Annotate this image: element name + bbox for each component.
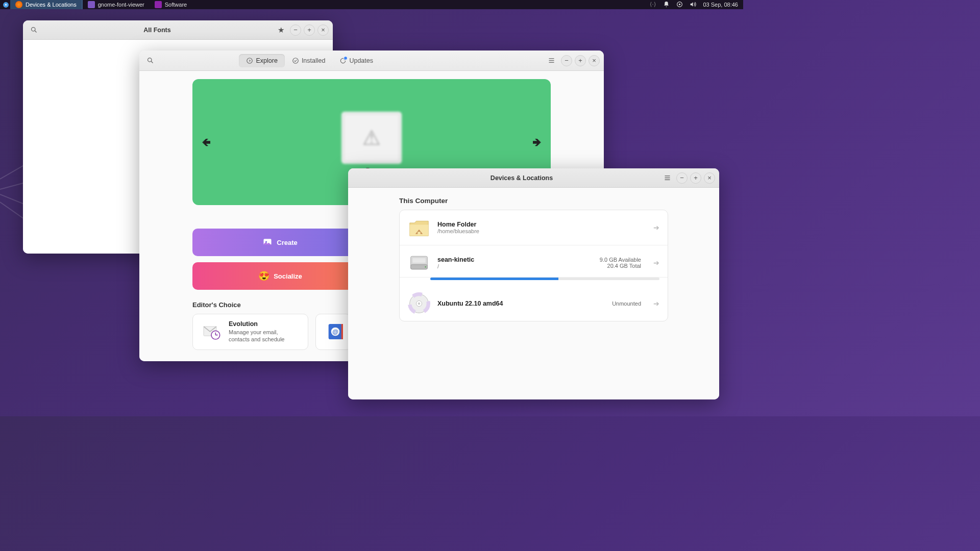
maximize-button[interactable]: + xyxy=(690,172,701,184)
window-title: All Fonts xyxy=(40,27,274,34)
software-app-icon xyxy=(155,1,162,8)
close-button[interactable]: × xyxy=(704,172,715,184)
contacts-app-icon: @ xyxy=(325,320,346,343)
usage-bar xyxy=(430,278,659,280)
taskbar-item-software[interactable]: Software xyxy=(150,0,192,9)
font-viewer-app-icon xyxy=(88,1,95,8)
taskbar-item-fonts[interactable]: gnome-font-viewer xyxy=(83,0,150,9)
power-icon[interactable] xyxy=(676,1,683,8)
category-label: Create xyxy=(277,239,297,246)
device-path: / xyxy=(437,263,474,269)
window-title: Devices & Locations xyxy=(383,174,660,182)
arrow-right-icon: ➔ xyxy=(653,259,659,267)
svg-marker-8 xyxy=(249,59,251,62)
taskbar-label: gnome-font-viewer xyxy=(98,2,144,8)
svg-point-5 xyxy=(148,58,152,62)
devices-window: Devices & Locations − + × This Computer … xyxy=(348,168,719,399)
tab-label: Installed xyxy=(302,57,326,64)
taskbar-label: Devices & Locations xyxy=(26,2,77,8)
hero-thumbnail-icon xyxy=(341,112,402,164)
svg-line-6 xyxy=(151,61,153,63)
svg-point-3 xyxy=(31,28,35,32)
category-create[interactable]: Create xyxy=(192,229,368,256)
arrow-right-icon: ➔ xyxy=(653,223,659,232)
tab-explore[interactable]: Explore xyxy=(239,54,284,67)
tab-label: Explore xyxy=(256,57,277,64)
volume-icon[interactable] xyxy=(690,1,697,8)
category-socialize[interactable]: 😍 Socialize xyxy=(192,262,368,290)
svg-line-4 xyxy=(35,31,36,32)
devices-titlebar[interactable]: Devices & Locations − + × xyxy=(348,168,719,188)
app-card-contacts[interactable]: @ xyxy=(315,314,351,350)
device-available: 9.0 GB Available xyxy=(600,257,641,263)
heart-eyes-icon: 😍 xyxy=(258,270,270,282)
minimize-button[interactable]: − xyxy=(676,172,688,184)
font-viewer-titlebar[interactable]: All Fonts ★ − + × xyxy=(23,20,333,40)
paint-icon xyxy=(262,237,273,247)
device-row-home[interactable]: Home Folder /home/bluesabre ➔ xyxy=(400,210,668,245)
home-folder-icon xyxy=(408,216,430,239)
svg-point-2 xyxy=(679,4,680,5)
close-button[interactable]: × xyxy=(589,55,600,66)
device-status: Unmounted xyxy=(612,300,641,307)
top-panel: Devices & Locations gnome-font-viewer So… xyxy=(0,0,743,9)
svg-point-9 xyxy=(293,58,299,63)
search-icon[interactable] xyxy=(143,54,157,67)
whisker-menu-icon[interactable] xyxy=(1,0,10,9)
device-name: Home Folder xyxy=(437,221,479,228)
updates-badge-icon xyxy=(344,56,348,60)
svg-point-28 xyxy=(425,266,426,268)
svg-rect-29 xyxy=(412,258,425,263)
optical-disc-icon xyxy=(408,292,430,315)
hero-next-icon[interactable]: 🡺 xyxy=(532,137,542,147)
hero-prev-icon[interactable]: 🡸 xyxy=(202,137,211,147)
app-card-evolution[interactable]: Evolution Manage your email, contacts an… xyxy=(192,314,308,350)
taskbar-item-devices[interactable]: Devices & Locations xyxy=(10,0,83,9)
minimize-button[interactable]: − xyxy=(561,55,572,66)
minimize-button[interactable]: − xyxy=(290,24,301,36)
svg-point-33 xyxy=(418,303,421,305)
evolution-app-icon xyxy=(200,320,223,343)
software-header[interactable]: Explore Installed Updates − + × xyxy=(139,51,604,71)
section-heading: This Computer xyxy=(399,197,668,205)
star-icon[interactable]: ★ xyxy=(274,23,287,37)
network-icon[interactable]: ⟨·⟩ xyxy=(650,1,657,8)
tab-label: Updates xyxy=(349,57,373,64)
device-name: Xubuntu 22.10 amd64 xyxy=(437,300,503,307)
svg-text:@: @ xyxy=(332,328,338,335)
clock[interactable]: 03 Sep, 08:46 xyxy=(703,2,738,8)
device-row-root[interactable]: sean-kinetic / 9.0 GB Available 20.4 GB … xyxy=(400,245,668,278)
hamburger-menu-icon[interactable] xyxy=(545,54,558,67)
arrow-right-icon: ➔ xyxy=(653,299,659,308)
devices-list: Home Folder /home/bluesabre ➔ sean-kinet… xyxy=(399,210,668,321)
devices-app-icon xyxy=(15,1,22,8)
device-total: 20.4 GB Total xyxy=(600,263,641,269)
app-name: Evolution xyxy=(229,320,300,328)
device-name: sean-kinetic xyxy=(437,256,474,263)
tab-installed[interactable]: Installed xyxy=(285,54,333,67)
maximize-button[interactable]: + xyxy=(304,24,315,36)
hard-drive-icon xyxy=(408,252,430,274)
taskbar-label: Software xyxy=(165,2,187,8)
tab-updates[interactable]: Updates xyxy=(332,54,380,67)
search-icon[interactable] xyxy=(27,23,40,37)
category-label: Socialize xyxy=(274,272,302,280)
app-description: Manage your email, contacts and schedule xyxy=(229,329,300,343)
notification-bell-icon[interactable] xyxy=(663,1,670,8)
svg-rect-22 xyxy=(341,324,343,339)
usage-bar-fill xyxy=(430,278,558,280)
close-button[interactable]: × xyxy=(317,24,329,36)
device-row-optical[interactable]: Xubuntu 22.10 amd64 Unmounted ➔ xyxy=(400,286,668,321)
maximize-button[interactable]: + xyxy=(575,55,586,66)
device-path: /home/bluesabre xyxy=(437,228,479,234)
hamburger-menu-icon[interactable] xyxy=(660,171,674,185)
